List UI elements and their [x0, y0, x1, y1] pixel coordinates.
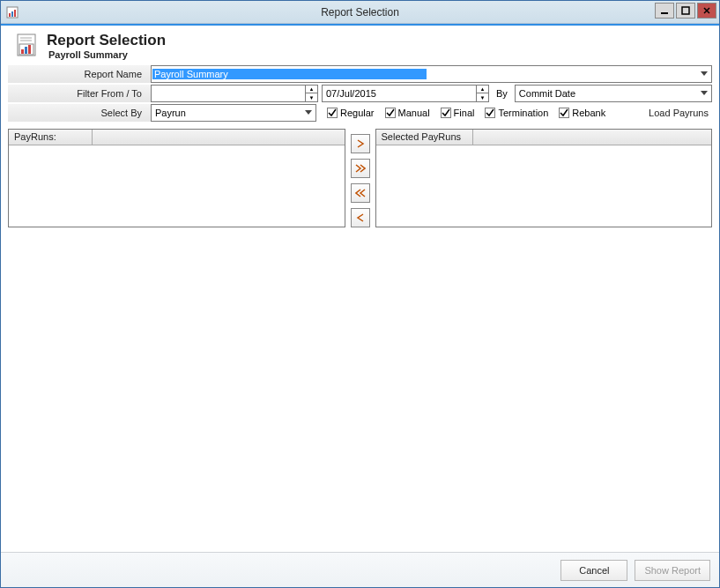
transfer-buttons	[351, 129, 370, 227]
lists-area: PayRuns: Selected PayRuns	[1, 123, 719, 227]
checkbox-icon	[327, 108, 338, 118]
checkbox-label: Manual	[398, 108, 430, 118]
chevron-down-icon[interactable]	[301, 105, 315, 121]
report-name-combo[interactable]: Payroll Summary	[151, 65, 712, 83]
checkbox-termination[interactable]: Termination	[485, 108, 548, 118]
checkbox-label: Rebank	[572, 108, 605, 118]
window: Report Selection	[0, 0, 720, 588]
move-all-left-button[interactable]	[351, 183, 370, 203]
filter-label: Filter From / To	[8, 85, 151, 102]
by-label: By	[493, 88, 511, 99]
move-right-button[interactable]	[351, 134, 370, 153]
report-name-value: Payroll Summary	[152, 69, 427, 79]
checkbox-manual[interactable]: Manual	[385, 108, 430, 118]
report-name-label: Report Name	[8, 65, 151, 83]
select-by-label: Select By	[8, 104, 151, 122]
svg-rect-4	[661, 12, 668, 14]
svg-rect-2	[11, 11, 13, 17]
payruns-list-header: PayRuns:	[9, 130, 345, 145]
payruns-list-header-spacer	[93, 130, 345, 145]
checkbox-label: Final	[454, 108, 475, 118]
move-left-button[interactable]	[351, 208, 370, 227]
selected-payruns-list-header-label: Selected PayRuns	[376, 130, 473, 145]
svg-rect-1	[9, 13, 11, 17]
checkbox-regular[interactable]: Regular	[327, 108, 375, 118]
chevron-down-icon[interactable]	[697, 86, 711, 101]
by-value: Commit Date	[516, 88, 697, 99]
svg-rect-12	[21, 49, 24, 54]
payruns-list-body	[9, 145, 345, 227]
footer: Cancel Show Report	[1, 552, 719, 587]
selected-payruns-list[interactable]: Selected PayRuns	[375, 129, 713, 227]
checkbox-label: Termination	[498, 108, 548, 118]
svg-rect-14	[28, 45, 31, 54]
checkbox-icon	[485, 108, 495, 118]
row-report-name: Report Name Payroll Summary	[8, 65, 712, 83]
report-icon	[17, 33, 38, 58]
window-title: Report Selection	[1, 6, 719, 19]
titlebar: Report Selection	[1, 1, 719, 24]
page-title: Report Selection	[47, 33, 166, 49]
page-subtitle: Payroll Summary	[48, 49, 166, 60]
checkbox-icon	[441, 108, 451, 118]
spinner-down-icon[interactable]: ▼	[476, 93, 488, 101]
filter-from-input[interactable]: ▲ ▼	[151, 85, 318, 102]
spinner-down-icon[interactable]: ▼	[305, 93, 317, 101]
selected-payruns-list-header-spacer	[473, 130, 712, 145]
empty-space	[1, 227, 719, 552]
filter-to-value: 07/Jul/2015	[323, 88, 476, 99]
checkbox-icon	[559, 108, 569, 118]
svg-rect-13	[25, 47, 27, 54]
checkbox-final[interactable]: Final	[441, 108, 475, 118]
by-combo[interactable]: Commit Date	[515, 85, 712, 102]
close-button[interactable]	[697, 3, 716, 19]
chevron-down-icon[interactable]	[697, 66, 711, 82]
window-controls	[655, 3, 716, 19]
move-all-right-button[interactable]	[351, 159, 370, 178]
payruns-list[interactable]: PayRuns:	[8, 129, 345, 227]
form-area: Report Name Payroll Summary Filter From …	[1, 65, 719, 123]
page-titles: Report Selection Payroll Summary	[47, 33, 166, 60]
filter-from-spinner: ▲ ▼	[305, 86, 317, 101]
row-select-by: Select By Payrun Regular Manual	[8, 104, 712, 122]
selected-payruns-list-header: Selected PayRuns	[376, 130, 712, 145]
svg-rect-5	[682, 7, 689, 14]
select-by-combo[interactable]: Payrun	[151, 104, 316, 122]
spinner-up-icon[interactable]: ▲	[305, 86, 317, 94]
filter-to-spinner: ▲ ▼	[476, 86, 488, 101]
selected-payruns-list-body	[376, 145, 712, 227]
checkbox-icon	[385, 108, 396, 118]
filter-to-input[interactable]: 07/Jul/2015 ▲ ▼	[322, 85, 489, 102]
payruns-list-header-label: PayRuns:	[9, 130, 93, 145]
cancel-button[interactable]: Cancel	[560, 560, 627, 581]
show-report-button[interactable]: Show Report	[635, 560, 710, 581]
row-filter: Filter From / To ▲ ▼ 07/Jul/2015 ▲ ▼	[8, 85, 712, 102]
checkbox-rebank[interactable]: Rebank	[559, 108, 605, 118]
load-payruns-button[interactable]: Load Payruns	[645, 108, 712, 118]
checkbox-label: Regular	[340, 108, 375, 118]
page-header: Report Selection Payroll Summary	[1, 26, 719, 65]
maximize-button[interactable]	[676, 3, 695, 19]
app-icon	[6, 6, 19, 19]
select-by-value: Payrun	[152, 108, 301, 118]
spinner-up-icon[interactable]: ▲	[476, 86, 488, 94]
minimize-button[interactable]	[655, 3, 674, 19]
svg-rect-3	[14, 10, 16, 17]
